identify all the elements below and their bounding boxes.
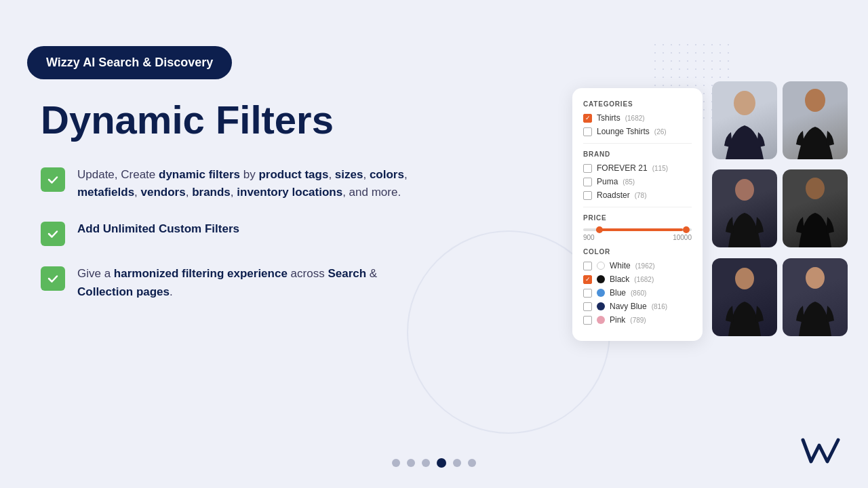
color-checkbox-pink[interactable] — [583, 316, 592, 325]
brand-count-roadster: (78) — [635, 192, 647, 199]
feature-item-2: Add Unlimited Custom Filters — [41, 220, 427, 246]
category-item-lounge: Lounge Tshirts (26) — [583, 127, 692, 136]
brand-item-roadster: Roadster (78) — [583, 190, 692, 200]
color-item-navy: Navy Blue (816) — [583, 302, 692, 311]
color-count-pink: (789) — [630, 317, 646, 324]
product-card-6[interactable] — [783, 258, 848, 336]
color-title: COLOR — [583, 248, 692, 256]
price-handle-min[interactable] — [596, 226, 603, 233]
color-count-white: (1962) — [635, 262, 655, 270]
svg-point-4 — [735, 268, 754, 289]
brand-count-puma: (85) — [623, 178, 635, 186]
price-slider-fill — [596, 228, 683, 231]
brand-item-puma: Puma (85) — [583, 177, 692, 186]
price-min: 900 — [583, 234, 595, 241]
brand-checkbox-forever21[interactable] — [583, 164, 592, 173]
category-item-tshirts: Tshirts (1682) — [583, 113, 692, 123]
color-item-pink: Pink (789) — [583, 315, 692, 325]
color-label-navy: Navy Blue — [610, 302, 647, 311]
header-pill: Wizzy AI Search & Discovery — [27, 46, 232, 79]
category-checkbox-tshirts[interactable] — [583, 114, 592, 123]
wizzy-logo — [800, 434, 844, 473]
check-icon-2 — [41, 222, 65, 246]
check-icon-3 — [41, 266, 65, 291]
price-max: 10000 — [673, 234, 692, 241]
feature-text-3: Give a harmonized filtering experience a… — [77, 265, 427, 301]
category-count-tshirts: (1682) — [625, 115, 645, 122]
feature-text-1: Update, Create dynamic filters by produc… — [77, 166, 427, 202]
color-label-blue: Blue — [610, 288, 626, 298]
color-count-black: (1682) — [634, 276, 654, 283]
color-checkbox-blue[interactable] — [583, 289, 592, 298]
check-icon-1 — [41, 167, 65, 192]
color-checkbox-white[interactable] — [583, 262, 592, 270]
divider-2 — [583, 207, 692, 207]
brand-count-forever21: (115) — [652, 165, 668, 172]
color-item-black: Black (1682) — [583, 274, 692, 284]
header-pill-label: Wizzy AI Search & Discovery — [46, 56, 213, 69]
product-card-4[interactable] — [783, 169, 848, 247]
right-area: CATEGORIES Tshirts (1682) Lounge Tshirts… — [572, 81, 848, 341]
color-checkbox-black[interactable] — [583, 275, 592, 284]
categories-title: CATEGORIES — [583, 100, 692, 108]
color-label-black: Black — [610, 274, 629, 284]
pagination-dot-6[interactable] — [468, 459, 476, 467]
pagination — [392, 458, 476, 468]
brand-item-forever21: FOREVER 21 (115) — [583, 163, 692, 173]
color-swatch-white — [597, 262, 605, 270]
pagination-dot-1[interactable] — [392, 459, 400, 467]
color-swatch-navy — [597, 302, 605, 310]
price-labels: 900 10000 — [583, 234, 692, 241]
category-label-lounge: Lounge Tshirts — [597, 127, 650, 136]
category-checkbox-lounge[interactable] — [583, 127, 592, 136]
brand-checkbox-puma[interactable] — [583, 178, 592, 186]
color-label-white: White — [610, 261, 631, 270]
feature-item-1: Update, Create dynamic filters by produc… — [41, 166, 427, 202]
price-title: PRICE — [583, 214, 692, 222]
price-handle-max[interactable] — [683, 226, 690, 233]
brand-checkbox-roadster[interactable] — [583, 191, 592, 200]
brand-label-roadster: Roadster — [597, 190, 630, 200]
svg-point-3 — [806, 178, 825, 199]
color-count-blue: (860) — [631, 289, 646, 297]
svg-point-2 — [735, 179, 754, 201]
main-title: Dynamic Filters — [41, 98, 427, 142]
svg-point-0 — [734, 91, 755, 115]
pagination-dot-2[interactable] — [407, 459, 415, 467]
brand-label-puma: Puma — [597, 177, 618, 186]
color-label-pink: Pink — [610, 315, 625, 325]
color-swatch-blue — [597, 289, 605, 297]
category-label-tshirts: Tshirts — [597, 113, 620, 123]
color-swatch-pink — [597, 316, 605, 324]
product-grid — [712, 81, 848, 341]
divider-1 — [583, 143, 692, 144]
product-card-1[interactable] — [712, 81, 777, 159]
price-slider-track[interactable] — [583, 228, 692, 231]
color-item-white: White (1962) — [583, 261, 692, 270]
product-card-3[interactable] — [712, 169, 777, 247]
color-count-navy: (816) — [652, 303, 667, 310]
feature-item-3: Give a harmonized filtering experience a… — [41, 265, 427, 301]
pagination-dot-5[interactable] — [453, 459, 461, 467]
filter-panel: CATEGORIES Tshirts (1682) Lounge Tshirts… — [572, 88, 703, 341]
feature-text-2: Add Unlimited Custom Filters — [77, 220, 239, 238]
pagination-dot-4[interactable] — [437, 458, 446, 468]
product-card-2[interactable] — [783, 81, 848, 159]
left-content: Dynamic Filters Update, Create dynamic f… — [41, 98, 427, 320]
svg-point-5 — [806, 267, 825, 289]
color-checkbox-navy[interactable] — [583, 302, 592, 311]
color-item-blue: Blue (860) — [583, 288, 692, 298]
category-count-lounge: (26) — [654, 128, 667, 136]
brand-title: BRAND — [583, 150, 692, 158]
product-card-5[interactable] — [712, 258, 777, 336]
pagination-dot-3[interactable] — [422, 459, 430, 467]
brand-label-forever21: FOREVER 21 — [597, 163, 648, 173]
color-swatch-black — [597, 275, 605, 283]
svg-point-1 — [805, 89, 825, 112]
